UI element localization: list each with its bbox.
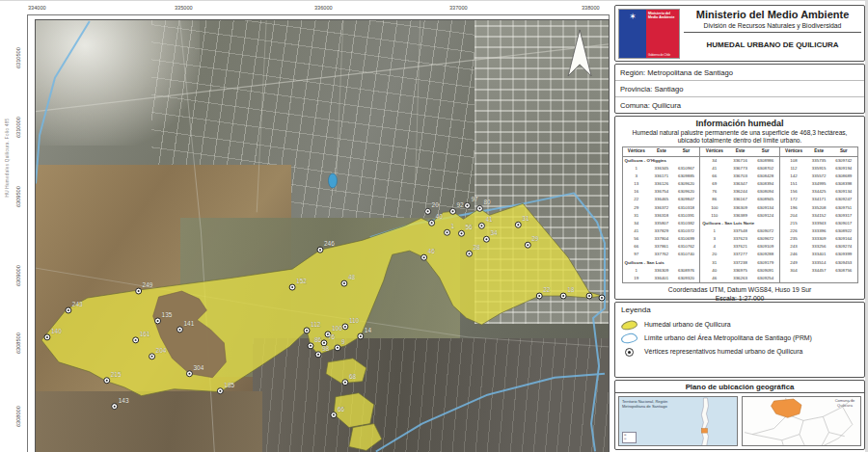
vertex-number-label: 22 xyxy=(543,286,551,293)
table-cell: 6309317 xyxy=(830,212,857,220)
axis-tick-label: 6310500 xyxy=(15,47,21,68)
table-row: 3133631863103911103363896309124204334152… xyxy=(622,212,857,220)
legend-item-wetland: Humedal urbano de Quilicura xyxy=(621,321,858,330)
legend-title: Leyenda xyxy=(621,306,858,316)
table-cell: 6309320 xyxy=(673,275,700,283)
table-row: 9733776263107402033727763092882463334016… xyxy=(622,251,857,258)
location-plan-title: Plano de ubicación geográfica xyxy=(615,381,864,393)
table-cell: 6309017 xyxy=(830,220,857,227)
table-cell: 337829 xyxy=(650,227,673,235)
logo-red-panel: Ministerio del Medio Ambiente Gobierno d… xyxy=(646,10,679,58)
map-sheet-page: HU Humedales Quilicura. Folio 485 334000… xyxy=(0,0,868,452)
table-cell: 335807 xyxy=(650,220,673,227)
ministry-header-box: ✶ Ministerio del Medio Ambiente Gobierno… xyxy=(614,5,865,62)
wetland-polygon xyxy=(41,203,602,450)
vertex-number-label: 304 xyxy=(193,364,203,371)
table-cell: 6309742 xyxy=(830,156,857,165)
table-cell: 336716 xyxy=(728,156,751,165)
table-cell: 336126 xyxy=(650,180,673,188)
table-cell: 337762 xyxy=(650,251,673,258)
table-cell: 336347 xyxy=(728,180,751,188)
vertex-number-label: 140 xyxy=(51,328,62,334)
table-cell: 6310372 xyxy=(673,227,700,235)
table-cell: 13 xyxy=(622,180,650,188)
table-cell: 333401 xyxy=(807,251,830,258)
vertex-number-label: 9 xyxy=(341,338,345,345)
table-header: Sur xyxy=(752,147,780,156)
document-title: HUMEDAL URBANO DE QUILICURA xyxy=(684,32,861,58)
table-cell: 66 xyxy=(622,243,650,251)
ministry-subtitle: División de Recursos Naturales y Biodive… xyxy=(684,21,861,32)
vertex-number-label: 246 xyxy=(324,240,335,247)
logo-footer-text: Gobierno de Chile xyxy=(648,53,678,57)
table-cell: 334171 xyxy=(807,196,830,203)
table-cell: 20 xyxy=(700,251,729,258)
logo-blue-panel: ✶ xyxy=(619,10,646,58)
table-cell: 333256 xyxy=(807,243,830,251)
wetland-info-box: Información humedal Humedal natural palu… xyxy=(614,116,865,300)
table-cell: 112 xyxy=(779,165,807,173)
legend-item-vertices: Vértices representativos humedal urbano … xyxy=(621,348,858,357)
table-cell: 6309885 xyxy=(673,173,700,180)
table-header: Este xyxy=(728,147,751,156)
provincia-row: Provincia: Santiago xyxy=(615,81,864,97)
vertex-number-label: 249 xyxy=(143,281,153,288)
urban-limit-swatch-icon xyxy=(620,332,637,344)
table-cell: 6308922 xyxy=(830,227,857,235)
logo-ministry-text: Ministerio del Medio Ambiente xyxy=(648,12,678,20)
table-cell: 6309134 xyxy=(830,188,857,196)
sheet-margin-text: HU Humedales Quilicura. Folio 485 xyxy=(5,95,10,221)
table-cell: 6308702 xyxy=(752,165,780,173)
table-cell: 6310699 xyxy=(673,235,700,243)
vertex-number-label: 152 xyxy=(296,278,307,284)
table-cell: 6310382 xyxy=(673,220,700,227)
vertex-number-label: 112 xyxy=(311,321,321,328)
satellite-map-canvas: 1402432491351611412043042151431851522464… xyxy=(35,19,610,452)
vertex-number-label: 28 xyxy=(473,244,480,251)
table-cell xyxy=(779,275,807,283)
table-cell: 335572 xyxy=(807,173,830,180)
table-cell: 335915 xyxy=(807,165,830,173)
table-cell: 6310318 xyxy=(673,204,700,212)
comuna-overview-map: Comuna de Quilicura xyxy=(742,396,861,446)
datum-note: Coordenadas UTM, Datum WGS84, Huso 19 Su… xyxy=(619,285,860,294)
table-row: 1336345631096741336773630870211233591563… xyxy=(622,165,857,173)
table-cell: 333943 xyxy=(807,220,830,227)
table-cell: 336465 xyxy=(650,196,673,203)
vertex-number-label: 143 xyxy=(119,397,129,404)
vertex-number-label: 243 xyxy=(72,301,83,307)
table-cell: 69 xyxy=(700,180,729,188)
table-cell: 1 xyxy=(700,227,729,235)
map-overlay-svg: 1402432491351611412043042151431851522464… xyxy=(36,20,609,452)
table-cell: 337861 xyxy=(650,243,673,251)
vertex-number-label: 1 xyxy=(451,223,455,229)
table-cell: 108 xyxy=(779,156,807,165)
table-cell: 6309751 xyxy=(830,204,857,212)
vertex-number-label: 18 xyxy=(567,286,575,293)
vertex-number-label: 76 xyxy=(328,333,336,340)
table-cell: 246 xyxy=(779,251,807,258)
axis-tick-label: 6309500 xyxy=(15,186,21,207)
table-cell: 19 xyxy=(622,275,650,283)
vertex-number-label: 161 xyxy=(140,331,150,337)
vertex-number-label: 97 xyxy=(471,196,478,202)
vertex-number-label: 110 xyxy=(349,317,360,324)
axis-tick-label: 338000 xyxy=(582,5,600,11)
pond-water-feature xyxy=(328,173,337,188)
table-row: 1336309630897640336975630909130433445763… xyxy=(622,267,857,275)
axis-tick-label: 334000 xyxy=(28,5,46,11)
table-row: 1333612663096206933634763083941513349956… xyxy=(622,180,857,188)
vertex-number-label: 98 xyxy=(322,345,330,352)
coordinates-note: Coordenadas UTM, Datum WGS84, Huso 19 Su… xyxy=(619,283,860,303)
vertex-number-label: 29 xyxy=(531,235,539,242)
vertex-number-label: 68 xyxy=(349,373,357,380)
wetland-info-title: Información humedal xyxy=(619,119,860,128)
north-arrow-icon xyxy=(568,30,591,76)
table-cell: 336244 xyxy=(728,188,751,196)
table-cell: 6308756 xyxy=(830,267,857,275)
table-row: 5633780463106993337623630967223533330963… xyxy=(622,235,857,243)
table-cell: 6309124 xyxy=(752,212,780,220)
table-cell: 142 xyxy=(779,173,807,180)
table-header: Sur xyxy=(830,147,857,156)
logo-star-icon: ✶ xyxy=(619,12,646,21)
